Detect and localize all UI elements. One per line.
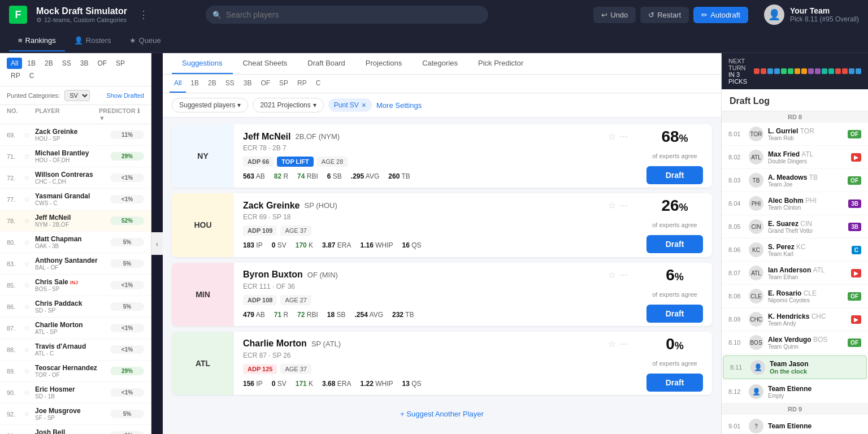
- player-name: Yasmani Grandal: [35, 192, 110, 200]
- pos-filter-of[interactable]: OF: [256, 75, 275, 93]
- player-name: Josh Bell: [35, 428, 110, 434]
- star-icon[interactable]: ☆: [24, 389, 35, 397]
- projections-dropdown[interactable]: 2021 Projections ▾: [253, 98, 323, 112]
- draft-player-avatar: TB: [749, 173, 763, 188]
- player-row[interactable]: 69. ☆ Zack Greinke HOU - SP 11%: [0, 124, 151, 146]
- player-num: 85.: [7, 282, 24, 289]
- tab-pick-predictor[interactable]: Pick Predictor: [468, 53, 533, 74]
- star-icon[interactable]: ☆: [24, 303, 35, 311]
- star-icon[interactable]: ☆: [24, 281, 35, 289]
- pos-btn-3b[interactable]: 3B: [76, 58, 93, 69]
- tab-categories[interactable]: Categories: [412, 53, 468, 74]
- more-options-icon[interactable]: ⋯: [619, 200, 628, 211]
- star-icon[interactable]: ☆: [24, 217, 35, 225]
- star-icon[interactable]: ☆: [24, 410, 35, 418]
- pos-filter-sp[interactable]: SP: [275, 75, 293, 93]
- pos-filter-all[interactable]: All: [170, 75, 186, 93]
- collapse-sidebar-button[interactable]: ‹: [151, 232, 163, 255]
- pos-btn-of[interactable]: OF: [93, 58, 111, 69]
- show-drafted-button[interactable]: Show Drafted: [106, 92, 144, 99]
- pos-filter-ss[interactable]: SS: [221, 75, 239, 93]
- stat-whip: 1.22 WHIP: [360, 380, 393, 388]
- player-row[interactable]: 86. ☆ Chris Paddack SD - SP 5%: [0, 296, 151, 318]
- player-row[interactable]: 94. ☆ Josh Bell WSH - 1B,DH <1%: [0, 425, 151, 434]
- star-icon[interactable]: ☆: [24, 131, 35, 139]
- star-icon[interactable]: ☆: [24, 174, 35, 182]
- stat-whip: 1.16 WHIP: [360, 241, 393, 249]
- pos-btn-sp[interactable]: SP: [112, 58, 129, 69]
- more-settings-button[interactable]: More Settings: [376, 101, 422, 110]
- nav-tab-rosters[interactable]: 👤 Rosters: [65, 31, 120, 51]
- draft-button[interactable]: Draft: [646, 305, 703, 323]
- punt-sv-remove-button[interactable]: ×: [362, 101, 366, 110]
- pos-filter-1b[interactable]: 1B: [186, 75, 203, 93]
- star-icon[interactable]: ☆: [24, 238, 35, 246]
- suggest-more[interactable]: + Suggest Another Player: [172, 401, 712, 427]
- pos-btn-1b[interactable]: 1B: [23, 58, 40, 69]
- favorite-icon[interactable]: ☆: [608, 131, 616, 142]
- star-icon[interactable]: ☆: [24, 153, 35, 160]
- restart-button[interactable]: ↺ Restart: [640, 7, 689, 23]
- player-row[interactable]: 87. ☆ Charlie Morton ATL - SP <1%: [0, 318, 151, 339]
- undo-button[interactable]: ↩ Undo: [593, 7, 636, 23]
- player-row[interactable]: 92. ☆ Joe Musgrove SF - SP 5%: [0, 403, 151, 425]
- more-options-icon[interactable]: ⋯: [619, 270, 628, 280]
- turn-dot: [781, 68, 787, 74]
- star-icon[interactable]: ☆: [24, 196, 35, 203]
- player-row[interactable]: 80. ☆ Matt Chapman OAK - 3B 5%: [0, 232, 151, 253]
- more-options-icon[interactable]: ⋮: [138, 8, 149, 21]
- favorite-icon[interactable]: ☆: [608, 270, 616, 280]
- nav-tab-queue[interactable]: ★ Queue: [120, 31, 170, 51]
- favorite-icon[interactable]: ☆: [608, 200, 616, 211]
- star-icon[interactable]: ☆: [24, 367, 35, 375]
- autodraft-button[interactable]: ✏ Autodraft: [693, 7, 748, 23]
- pos-btn-rp[interactable]: RP: [7, 70, 24, 81]
- favorite-icon[interactable]: ☆: [608, 338, 616, 349]
- player-row[interactable]: 88. ☆ Travis d'Arnaud ATL - C <1%: [0, 339, 151, 361]
- pos-btn-2b[interactable]: 2B: [41, 58, 57, 69]
- suggested-players-dropdown[interactable]: Suggested players ▾: [172, 98, 248, 112]
- more-options-icon[interactable]: ⋯: [619, 131, 628, 142]
- more-options-icon[interactable]: ⋯: [619, 338, 628, 349]
- pos-btn-all[interactable]: All: [7, 58, 22, 69]
- pos-filter-rp[interactable]: RP: [293, 75, 311, 93]
- player-row[interactable]: 78. ☆ Jeff McNeil NYM - 2B,OF 52%: [0, 210, 151, 232]
- search-input[interactable]: [206, 6, 488, 24]
- player-row[interactable]: 83. ☆ Anthony Santander BAL - OF 5%: [0, 253, 151, 275]
- draft-pos-badge: OF: [848, 292, 861, 301]
- nav-tab-rankings[interactable]: ≡ Rankings: [9, 31, 65, 51]
- draft-button[interactable]: Draft: [646, 374, 703, 392]
- draft-player-avatar: 👤: [749, 384, 763, 399]
- draft-pick-num: 8.02: [728, 154, 744, 160]
- player-row[interactable]: 85. ☆ Chris Sale INJ BOS - SP <1%: [0, 275, 151, 296]
- pos-filter-c[interactable]: C: [311, 75, 326, 93]
- tab-draft-board[interactable]: Draft Board: [297, 53, 355, 74]
- pos-filter-3b[interactable]: 3B: [239, 75, 257, 93]
- nav-bar: ≡ Rankings 👤 Rosters ★ Queue: [0, 29, 868, 53]
- draft-log-list: RD 8 8.01 TOR L. Gurriel TOR Team Rob OF…: [722, 111, 868, 434]
- punted-select[interactable]: SV: [64, 90, 90, 101]
- player-name: Joe Musgrove: [35, 407, 110, 415]
- pos-btn-ss[interactable]: SS: [58, 58, 75, 69]
- player-row[interactable]: 71. ☆ Michael Brantley HOU - OF,DH 29%: [0, 146, 151, 167]
- player-row[interactable]: 89. ☆ Teoscar Hernandez TOR - OF 29%: [0, 361, 151, 382]
- star-icon[interactable]: ☆: [24, 260, 35, 268]
- star-icon[interactable]: ☆: [24, 432, 35, 435]
- tab-cheat-sheets[interactable]: Cheat Sheets: [233, 53, 298, 74]
- tab-suggestions[interactable]: Suggestions: [172, 53, 233, 74]
- star-icon[interactable]: ☆: [24, 346, 35, 354]
- player-num: 77.: [7, 196, 24, 203]
- draft-player-info: Team Etienne Empty: [768, 385, 861, 399]
- stat-era: 3.68 ERA: [322, 380, 351, 388]
- expert-pct: 6%: [666, 266, 684, 284]
- draft-button[interactable]: Draft: [646, 166, 703, 184]
- pos-btn-c[interactable]: C: [25, 70, 38, 81]
- player-info: Joe Musgrove SF - SP: [35, 407, 110, 421]
- pos-filter-2b[interactable]: 2B: [203, 75, 221, 93]
- tab-projections[interactable]: Projections: [355, 53, 412, 74]
- player-row[interactable]: 90. ☆ Eric Hosmer SD - 1B <1%: [0, 382, 151, 403]
- player-row[interactable]: 77. ☆ Yasmani Grandal CWS - C <1%: [0, 189, 151, 210]
- player-row[interactable]: 72. ☆ Willson Contreras CHC - C,DH <1%: [0, 167, 151, 189]
- draft-button[interactable]: Draft: [646, 235, 703, 253]
- star-icon[interactable]: ☆: [24, 324, 35, 332]
